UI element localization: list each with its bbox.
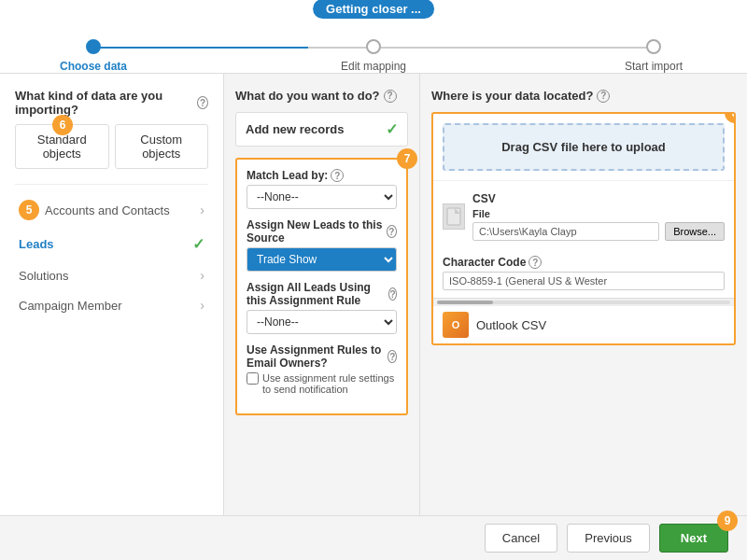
add-new-records-label: Add new records xyxy=(246,122,344,136)
step-label-start-import: Start import xyxy=(625,60,683,73)
svg-rect-0 xyxy=(447,208,460,225)
right-panel: Where is your data located? ? 8 Drag CSV… xyxy=(420,74,747,531)
upload-box: 8 Drag CSV file here to upload CSV xyxy=(431,112,736,345)
chevron-solutions: › xyxy=(200,268,204,283)
assignment-checkbox-label: Use assignment rule settings to send not… xyxy=(247,372,397,395)
outlook-icon: O xyxy=(443,312,469,338)
next-button[interactable]: Next xyxy=(659,524,728,553)
nav-item-campaign-member[interactable]: Campaign Member › xyxy=(15,290,208,320)
assign-leads-help[interactable]: ? xyxy=(387,225,397,238)
drag-drop-area[interactable]: Drag CSV file here to upload xyxy=(443,123,725,171)
header: Getting closer ... Choose data Edit mapp… xyxy=(0,0,747,74)
cancel-button[interactable]: Cancel xyxy=(485,524,557,553)
file-input-row: File xyxy=(472,208,725,219)
match-lead-group: Match Lead by: ? --None-- xyxy=(247,169,397,209)
next-button-container: 9 Next xyxy=(659,524,728,553)
nav-label-campaign-member: Campaign Member xyxy=(19,299,122,313)
step-edit-mapping: Edit mapping xyxy=(317,39,430,73)
browse-button[interactable]: Browse... xyxy=(665,222,725,241)
match-lead-help[interactable]: ? xyxy=(331,169,344,182)
csv-file-icon xyxy=(443,203,465,230)
add-new-records-check: ✓ xyxy=(386,120,398,138)
nav-label-leads: Leads xyxy=(19,237,54,251)
steps-row: Choose data Edit mapping Start import xyxy=(0,9,747,73)
match-lead-label: Match Lead by: ? xyxy=(247,169,397,182)
left-panel: What kind of data are you importing? ? S… xyxy=(0,74,224,531)
previous-button[interactable]: Previous xyxy=(567,524,650,553)
char-help-icon[interactable]: ? xyxy=(529,256,542,269)
add-new-records-row: Add new records ✓ xyxy=(235,112,408,147)
csv-file-info: CSV File C:\Users\Kayla Clayp Browse... xyxy=(472,192,725,241)
nav-label-accounts-contacts: Accounts and Contacts xyxy=(45,203,170,217)
scrollbar-row xyxy=(433,298,734,305)
middle-section-title: What do you want to do? ? xyxy=(235,89,408,103)
chevron-campaign-member: › xyxy=(200,298,204,313)
nav-item-solutions[interactable]: Solutions › xyxy=(15,260,208,290)
badge-5: 5 xyxy=(19,200,39,220)
custom-objects-button[interactable]: Custom objects xyxy=(115,124,209,169)
footer: Cancel Previous 9 Next xyxy=(0,515,747,560)
object-buttons-row: Standard objects 6 Custom objects xyxy=(15,124,208,175)
scrollbar-track xyxy=(437,301,730,304)
csv-file-row: CSV File C:\Users\Kayla Clayp Browse... xyxy=(443,189,725,245)
main-content: What kind of data are you importing? ? S… xyxy=(0,74,747,531)
badge-7: 7 xyxy=(397,148,417,169)
assignment-rule-select[interactable]: --None-- xyxy=(247,310,397,334)
nav-item-leads[interactable]: Leads ✓ xyxy=(15,228,208,260)
badge-8: 8 xyxy=(725,112,736,123)
chevron-accounts-contacts: › xyxy=(200,203,204,217)
step-label-choose-data: Choose data xyxy=(60,60,127,73)
file-path-row: C:\Users\Kayla Clayp Browse... xyxy=(472,222,725,241)
checkmark-leads: ✓ xyxy=(192,235,204,253)
assignment-checkbox[interactable] xyxy=(247,372,259,385)
outlook-csv-label: Outlook CSV xyxy=(476,318,546,332)
char-code-label: Character Code ? xyxy=(443,256,725,269)
middle-help-icon[interactable]: ? xyxy=(384,90,397,103)
badge-6: 6 xyxy=(52,115,73,135)
scrollbar-thumb xyxy=(437,301,493,304)
step-circle-edit-mapping xyxy=(366,39,381,54)
file-path-display: C:\Users\Kayla Clayp xyxy=(472,222,659,241)
right-section-title: Where is your data located? ? xyxy=(431,89,736,103)
use-assignment-help[interactable]: ? xyxy=(388,350,397,363)
step-label-edit-mapping: Edit mapping xyxy=(341,60,406,73)
step-circle-start-import xyxy=(646,39,661,54)
char-code-section: Character Code ? ISO-8859-1 (General US … xyxy=(433,252,734,298)
left-section-title: What kind of data are you importing? ? xyxy=(15,89,208,117)
nav-label-solutions: Solutions xyxy=(19,269,68,283)
assignment-rule-label: Assign All Leads Using this Assignment R… xyxy=(247,281,397,307)
assignment-rule-group: Assign All Leads Using this Assignment R… xyxy=(247,281,397,334)
outlook-row: O Outlook CSV xyxy=(433,305,734,343)
step-choose-data: Choose data xyxy=(37,39,149,73)
middle-panel: What do you want to do? ? Add new record… xyxy=(224,74,420,531)
right-help-icon[interactable]: ? xyxy=(597,90,610,103)
assign-leads-select[interactable]: Trade Show xyxy=(247,247,397,272)
csv-section: CSV File C:\Users\Kayla Clayp Browse... xyxy=(433,180,734,252)
assign-leads-group: Assign New Leads to this Source ? Trade … xyxy=(247,218,397,272)
options-box: 7 Match Lead by: ? --None-- Assign New L… xyxy=(235,158,408,415)
assign-leads-label: Assign New Leads to this Source ? xyxy=(247,218,397,245)
use-assignment-group: Use Assignment Rules to Email Owners? ? … xyxy=(247,343,397,395)
divider-1 xyxy=(15,184,208,185)
left-help-icon[interactable]: ? xyxy=(197,96,208,109)
match-lead-select[interactable]: --None-- xyxy=(247,185,397,209)
file-label: File xyxy=(472,208,490,219)
use-assignment-label: Use Assignment Rules to Email Owners? ? xyxy=(247,343,397,370)
assignment-rule-help[interactable]: ? xyxy=(388,287,397,301)
csv-label: CSV xyxy=(472,192,725,205)
step-start-import: Start import xyxy=(598,39,710,73)
nav-item-accounts-contacts[interactable]: 5 Accounts and Contacts › xyxy=(15,192,208,228)
badge-9: 9 xyxy=(717,511,738,531)
step-circle-choose-data xyxy=(86,39,101,54)
char-value-display: ISO-8859-1 (General US & Wester xyxy=(443,272,725,290)
